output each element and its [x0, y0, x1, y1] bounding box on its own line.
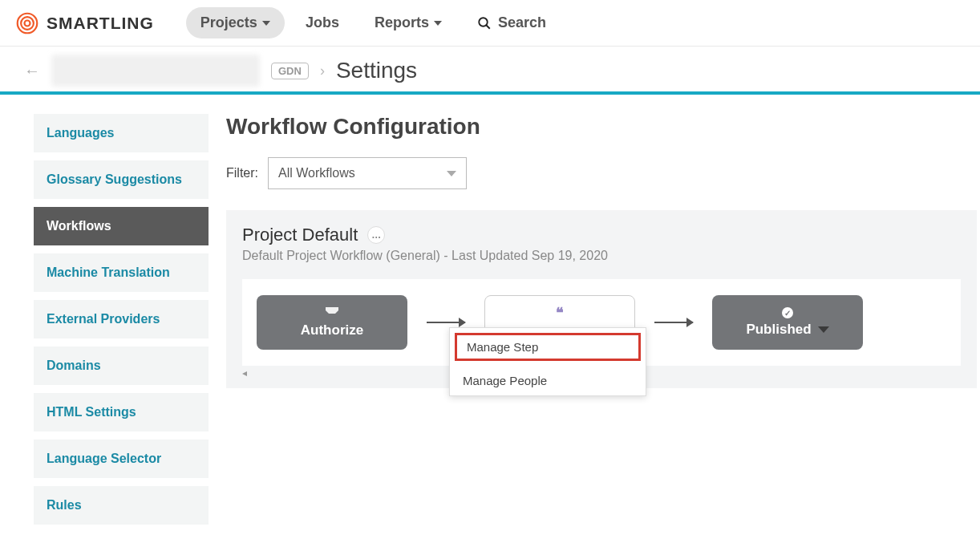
back-arrow-icon[interactable]: ← — [24, 62, 40, 80]
sidebar-item-label: Machine Translation — [47, 265, 170, 280]
workflow-more-button[interactable]: … — [367, 226, 385, 244]
menu-item-label: Manage Step — [467, 340, 538, 354]
breadcrumb-title: Settings — [336, 58, 417, 83]
caret-down-icon — [262, 21, 270, 26]
sidebar-item-domains[interactable]: Domains — [34, 346, 209, 385]
chevron-right-icon: › — [320, 63, 325, 79]
breadcrumb-bar: ← GDN › Settings — [0, 47, 980, 95]
menu-item-label: Manage People — [463, 374, 547, 387]
page-heading: Workflow Configuration — [226, 114, 977, 140]
nav-reports-label: Reports — [375, 14, 429, 31]
nav-search[interactable]: Search — [463, 7, 561, 38]
step-label: Authorize — [301, 322, 363, 338]
filter-row: Filter: All Workflows — [226, 157, 977, 189]
breadcrumb-badge: GDN — [271, 63, 309, 79]
workflow-name: Project Default — [242, 225, 358, 245]
menu-manage-people[interactable]: Manage People — [450, 366, 646, 395]
svg-point-2 — [25, 20, 30, 26]
filter-value: All Workflows — [278, 166, 355, 180]
svg-line-4 — [486, 25, 490, 29]
page-body: Languages Glossary Suggestions Workflows… — [0, 95, 980, 533]
step-dropdown-menu: Manage Step Manage People — [449, 327, 646, 396]
caret-down-icon — [434, 21, 442, 26]
sidebar-item-label: Workflows — [47, 219, 111, 233]
sidebar-item-label: Rules — [47, 498, 82, 513]
sidebar-item-label: Languages — [47, 126, 114, 140]
nav-search-label: Search — [498, 14, 546, 31]
sidebar-item-providers[interactable]: External Providers — [34, 300, 209, 338]
top-nav: SMARTLING Projects Jobs Reports Search — [0, 0, 980, 47]
quote-icon: ❝ — [556, 304, 564, 322]
nav-jobs-label: Jobs — [306, 14, 339, 31]
main-column: Workflow Configuration Filter: All Workf… — [226, 114, 980, 533]
sidebar-item-label: External Providers — [47, 312, 160, 326]
workflow-steps: Authorize ❝ Translation ✓ Published — [242, 279, 961, 366]
menu-manage-step[interactable]: Manage Step — [455, 333, 641, 361]
swirl-icon — [16, 12, 38, 34]
sidebar-item-label: Domains — [47, 359, 101, 373]
nav-items: Projects Jobs Reports Search — [186, 7, 561, 38]
breadcrumb-redacted — [51, 55, 260, 87]
workflow-subtitle: Default Project Workflow (General) - Las… — [242, 249, 961, 263]
sidebar-item-rules[interactable]: Rules — [34, 486, 209, 525]
arrow-connector — [427, 322, 465, 323]
brand-logo[interactable]: SMARTLING — [16, 12, 154, 34]
svg-point-1 — [21, 17, 34, 30]
sidebar-item-glossary[interactable]: Glossary Suggestions — [34, 160, 209, 199]
nav-reports[interactable]: Reports — [360, 7, 456, 38]
nav-jobs[interactable]: Jobs — [291, 7, 354, 38]
filter-label: Filter: — [226, 166, 258, 180]
workflow-header: Project Default … — [242, 225, 961, 245]
filter-select[interactable]: All Workflows — [268, 157, 467, 189]
sidebar-item-workflows[interactable]: Workflows — [34, 207, 209, 245]
brand-text: SMARTLING — [47, 14, 154, 33]
settings-sidebar: Languages Glossary Suggestions Workflows… — [34, 114, 209, 533]
search-icon — [477, 16, 492, 30]
inbox-icon — [326, 306, 338, 319]
svg-point-3 — [479, 18, 488, 26]
sidebar-item-label: Language Selector — [47, 452, 161, 466]
check-circle-icon: ✓ — [782, 307, 793, 318]
caret-down-icon — [447, 171, 456, 176]
sidebar-item-label: Glossary Suggestions — [47, 172, 182, 187]
step-authorize[interactable]: Authorize — [257, 295, 407, 350]
sidebar-item-langsel[interactable]: Language Selector — [34, 440, 209, 478]
step-published[interactable]: ✓ Published — [712, 295, 863, 350]
nav-projects[interactable]: Projects — [186, 7, 285, 38]
step-label: Published — [746, 322, 811, 338]
workflow-card: Project Default … Default Project Workfl… — [226, 210, 977, 388]
sidebar-item-mt[interactable]: Machine Translation — [34, 253, 209, 292]
sidebar-item-languages[interactable]: Languages — [34, 114, 209, 152]
sidebar-item-label: HTML Settings — [47, 405, 136, 419]
arrow-connector — [654, 322, 693, 323]
sidebar-item-html[interactable]: HTML Settings — [34, 393, 209, 432]
nav-projects-label: Projects — [200, 14, 257, 31]
caret-down-icon — [818, 326, 829, 333]
